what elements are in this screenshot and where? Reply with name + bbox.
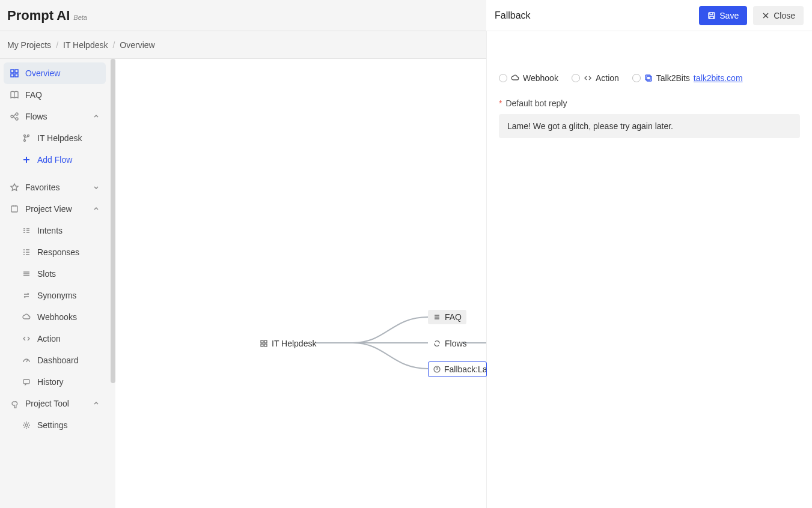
sidebar-item-webhooks[interactable]: Webhooks (4, 306, 106, 328)
flow-node-flows[interactable]: Flows (428, 336, 472, 351)
sidebar-item-action[interactable]: Action (4, 328, 106, 349)
panel-body: Webhook Action Talk2Bits talk2bits.com (487, 62, 812, 149)
sidebar-label: Project View (25, 204, 72, 214)
node-label: IT Helpdesk (272, 339, 316, 348)
sidebar-label: FAQ (25, 90, 42, 100)
sidebar-item-flows[interactable]: Flows (4, 106, 106, 127)
radio-action[interactable]: Action (572, 73, 619, 83)
sidebar-label: Overview (25, 68, 60, 78)
breadcrumb: My Projects / IT Helpdesk / Overview (0, 31, 486, 59)
talk2bits-icon (644, 74, 653, 82)
slots-icon (22, 269, 31, 279)
sidebar-label: Flows (25, 112, 47, 121)
flow-edges (115, 59, 486, 508)
sidebar-label: Action (37, 334, 61, 343)
overview-icon (10, 68, 19, 78)
sidebar-item-favorites[interactable]: Favorites (4, 177, 106, 198)
flow-node-faq[interactable]: FAQ (428, 310, 466, 324)
breadcrumb-project[interactable]: IT Helpdesk (63, 40, 108, 50)
sidebar-flow-item[interactable]: IT Helpdesk (4, 127, 106, 149)
svg-rect-14 (264, 340, 267, 343)
radio-label: Webhook (523, 73, 558, 83)
sidebar-item-project-tool[interactable]: Project Tool (4, 393, 106, 414)
sidebar-item-overview[interactable]: Overview (4, 62, 106, 84)
cycle-icon (433, 339, 441, 348)
side-panel: Fallback Save Close Webhook (486, 31, 812, 508)
radio-talk2bits[interactable]: Talk2Bits talk2bits.com (632, 73, 743, 83)
cloud-icon (22, 312, 31, 322)
sidebar-item-slots[interactable]: Slots (4, 263, 106, 285)
sidebar-item-intents[interactable]: Intents (4, 220, 106, 241)
code-icon (22, 334, 31, 343)
radio-icon (499, 74, 507, 82)
panel-title: Fallback (495, 10, 693, 21)
svg-rect-11 (23, 379, 29, 384)
close-button[interactable]: Close (753, 6, 804, 25)
branch-icon (22, 133, 31, 143)
sidebar-scrollbar[interactable] (111, 59, 115, 383)
project-icon (10, 204, 19, 214)
tool-icon (10, 399, 19, 408)
required-mark: * (499, 98, 502, 108)
grid-icon (260, 339, 268, 348)
sidebar-label: IT Helpdesk (37, 133, 82, 143)
sidebar-label: Favorites (25, 183, 60, 192)
app-name: Prompt AI (7, 8, 70, 23)
breadcrumb-sep: / (56, 40, 58, 50)
sidebar-label: Add Flow (37, 155, 72, 165)
flow-canvas[interactable]: IT Helpdesk FAQ Flows Fallback:Lame! We … (115, 59, 486, 508)
sidebar-label: Slots (37, 269, 56, 279)
svg-rect-19 (646, 75, 650, 80)
breadcrumb-root[interactable]: My Projects (7, 40, 51, 50)
svg-point-5 (16, 113, 18, 115)
panel-header: Fallback Save Close (486, 0, 812, 31)
radio-label: Talk2Bits (656, 73, 690, 83)
button-label: Save (719, 11, 739, 20)
gear-icon (22, 420, 31, 430)
sidebar-item-project-view[interactable]: Project View (4, 198, 106, 220)
breadcrumb-sep: / (112, 40, 115, 50)
svg-rect-3 (15, 74, 18, 77)
flows-icon (10, 112, 19, 121)
sidebar-item-dashboard[interactable]: Dashboard (4, 349, 106, 371)
default-reply-input[interactable]: Lame! We got a glitch, please try again … (499, 114, 800, 138)
sidebar-item-history[interactable]: History (4, 371, 106, 393)
button-label: Close (774, 11, 795, 20)
cloud-icon (511, 74, 519, 82)
sidebar-label: Dashboard (37, 355, 79, 365)
help-icon (433, 365, 441, 373)
chevron-down-icon (93, 184, 100, 191)
flow-node-fallback[interactable]: Fallback:Lame! We got a glitch, please t… (428, 361, 487, 377)
sidebar-item-settings[interactable]: Settings (4, 414, 106, 436)
sidebar-item-synonyms[interactable]: Synonyms (4, 285, 106, 306)
star-icon (10, 183, 19, 192)
svg-rect-1 (15, 70, 18, 73)
sidebar-item-faq[interactable]: FAQ (4, 84, 106, 106)
save-button[interactable]: Save (699, 6, 747, 25)
svg-rect-20 (647, 76, 652, 81)
sidebar-item-responses[interactable]: Responses (4, 241, 106, 263)
svg-point-7 (24, 135, 26, 137)
app-logo: Prompt AI Beta (7, 8, 87, 23)
talk2bits-link[interactable]: talk2bits.com (694, 73, 743, 83)
chevron-up-icon (93, 400, 100, 407)
intents-icon (22, 226, 31, 235)
sidebar-label: Intents (37, 226, 63, 235)
list-icon (433, 313, 441, 321)
svg-rect-0 (11, 70, 14, 73)
sidebar-add-flow[interactable]: Add Flow (4, 149, 106, 171)
svg-rect-10 (11, 206, 17, 212)
breadcrumb-page: Overview (120, 40, 154, 50)
flow-node-root[interactable]: IT Helpdesk (255, 336, 321, 351)
svg-point-8 (24, 140, 26, 142)
svg-point-6 (16, 118, 18, 120)
radio-icon (572, 74, 580, 82)
radio-webhook[interactable]: Webhook (499, 73, 558, 83)
synonyms-icon (22, 291, 31, 300)
node-label: Flows (445, 339, 467, 348)
sidebar-label: Webhooks (37, 312, 77, 322)
sidebar-label: Project Tool (25, 399, 69, 408)
chevron-up-icon (93, 205, 100, 213)
node-label: FAQ (445, 312, 462, 322)
response-type-radios: Webhook Action Talk2Bits talk2bits.com (499, 73, 800, 83)
